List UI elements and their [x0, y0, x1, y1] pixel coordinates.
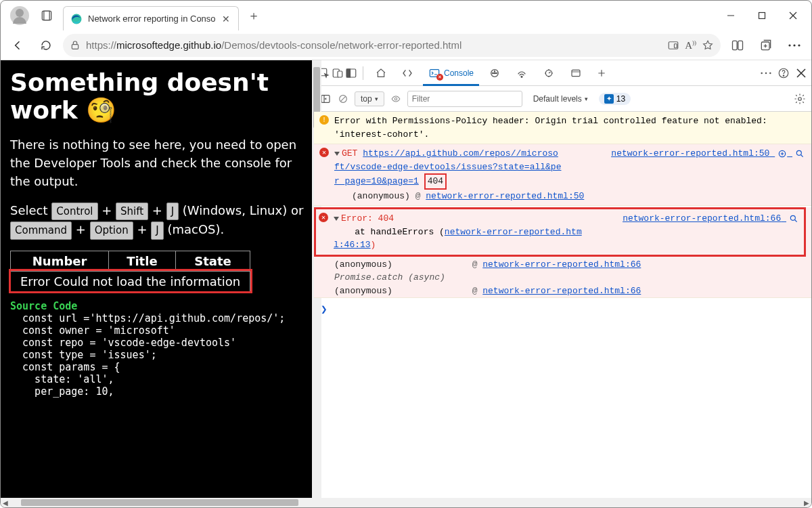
device-emulation-icon[interactable] [332, 67, 344, 79]
tab-sources[interactable] [482, 61, 508, 85]
tab-title: Network error reporting in Conso [88, 14, 221, 24]
trace-link-50[interactable]: network-error-reported.html:50 [426, 191, 584, 201]
svg-point-46 [796, 150, 801, 155]
tab-close-icon[interactable]: ✕ [221, 14, 231, 24]
source-link[interactable]: network-error-reported.html:66 [623, 212, 798, 226]
svg-point-15 [798, 44, 800, 46]
address-bar: https://microsoftedge.github.io/Demos/de… [1, 30, 811, 60]
svg-rect-4 [759, 13, 765, 19]
workspaces-icon[interactable] [36, 5, 58, 26]
scroll-left-arrow[interactable]: ◀ [1, 499, 10, 507]
close-devtools-icon[interactable] [795, 67, 807, 79]
content-split: Something doesn't work 🧐 There is nothin… [1, 60, 811, 498]
filter-input[interactable] [407, 91, 522, 107]
dock-side-icon[interactable] [345, 67, 357, 79]
live-expression-icon[interactable] [390, 93, 402, 105]
context-selector[interactable]: top▾ [355, 91, 384, 106]
request-url[interactable]: https://api.github.com/repos//microsoft/… [334, 148, 561, 186]
new-tab-button[interactable]: ＋ [243, 5, 265, 26]
svg-point-34 [783, 75, 784, 77]
network-error-row: ✕ network-error-reported.html:50 GET htt… [314, 144, 811, 206]
warning-icon: ! [319, 115, 329, 125]
error-icon: ✕ [319, 213, 328, 222]
url-box[interactable]: https://microsoftedge.github.io/Demos/de… [63, 34, 721, 57]
log-levels-selector[interactable]: Default levels ▾ [528, 92, 593, 106]
help-icon[interactable] [777, 67, 790, 79]
source-link[interactable]: network-error-reported.html:50 [611, 147, 805, 161]
keyboard-instructions: Select Control + Shift + J (Windows, Lin… [10, 201, 304, 240]
console-log[interactable]: ! Error with Permissions-Policy header: … [314, 112, 811, 498]
svg-rect-18 [338, 71, 342, 77]
trace-link-66b[interactable]: network-error-reported.html:66 [482, 286, 641, 296]
window-titlebar: Network error reporting in Conso ✕ ＋ [1, 1, 811, 30]
svg-rect-11 [738, 41, 743, 49]
read-aloud-icon[interactable]: A)) [685, 39, 696, 51]
collections-icon[interactable] [754, 34, 777, 57]
page-horizontal-scrollbar[interactable]: ◀ ▶ [1, 498, 811, 507]
svg-point-31 [765, 72, 767, 74]
page-heading: Something doesn't work 🧐 [10, 68, 304, 125]
svg-line-49 [795, 219, 797, 221]
clear-console-icon[interactable] [337, 93, 349, 105]
svg-point-13 [788, 44, 790, 46]
svg-rect-9 [675, 43, 677, 47]
split-screen-icon[interactable] [726, 34, 749, 57]
trace-link-66a[interactable]: network-error-reported.html:66 [482, 259, 641, 270]
svg-rect-20 [346, 69, 350, 77]
status-404: 404 [424, 173, 447, 190]
console-settings-icon[interactable] [794, 93, 806, 105]
tab-application[interactable] [563, 61, 589, 85]
warning-row: ! Error with Permissions-Policy header: … [314, 112, 811, 144]
back-button[interactable] [6, 34, 29, 57]
kbd-control: Control [51, 203, 97, 221]
source-code-block: Source Code const url ='https://api.gith… [10, 300, 304, 398]
stack-anon-66a: (anonymous) @ network-error-reported.htm… [314, 258, 809, 272]
tab-welcome[interactable] [369, 61, 393, 85]
disclosure-icon[interactable] [334, 217, 339, 221]
profile-avatar[interactable] [10, 6, 29, 25]
devtools-more-icon[interactable] [760, 67, 772, 79]
console-filter-bar: top▾ Default levels ▾ ✦13 [314, 86, 811, 112]
svg-line-47 [801, 154, 803, 156]
svg-rect-26 [572, 70, 580, 76]
svg-point-14 [793, 44, 795, 46]
kbd-shift: Shift [116, 203, 148, 221]
tab-network[interactable] [509, 61, 535, 85]
issues-badge[interactable]: ✦13 [599, 93, 631, 105]
tab-console[interactable]: ✕ Console [422, 61, 480, 85]
scroll-right-arrow[interactable]: ▶ [802, 499, 811, 507]
browser-tab[interactable]: Network error reporting in Conso ✕ [63, 6, 239, 30]
tab-performance[interactable] [536, 61, 562, 85]
console-tab-label: Console [444, 68, 474, 78]
maximize-button[interactable] [746, 5, 777, 26]
results-table: Number Title State Error Could not load … [10, 251, 250, 292]
svg-point-30 [761, 72, 763, 74]
url-text: https://microsoftedge.github.io/Demos/de… [86, 39, 662, 51]
kbd-command: Command [10, 221, 72, 240]
refresh-button[interactable] [35, 34, 58, 57]
minimize-button[interactable] [715, 5, 746, 26]
col-number: Number [11, 251, 109, 271]
disclosure-icon[interactable] [334, 152, 340, 156]
tab-more[interactable] [590, 61, 613, 85]
tab-elements[interactable] [394, 61, 420, 85]
app-mode-icon[interactable] [667, 39, 679, 51]
console-prompt[interactable]: ❯ [314, 298, 811, 322]
error-head: Error: 404 [341, 213, 394, 224]
svg-line-40 [341, 96, 346, 101]
svg-point-32 [769, 72, 771, 74]
favorite-star-icon[interactable] [702, 39, 714, 51]
svg-point-41 [394, 98, 397, 100]
issues-icon: ✦ [604, 94, 614, 104]
window-controls [715, 5, 809, 26]
overflow-menu-icon[interactable] [783, 34, 806, 57]
svg-point-42 [798, 97, 802, 100]
close-window-button[interactable] [777, 5, 809, 26]
site-info-icon[interactable] [70, 40, 81, 51]
svg-rect-10 [733, 41, 738, 49]
kbd-j: J [166, 203, 179, 221]
col-state: State [175, 251, 250, 271]
edge-favicon [70, 13, 83, 25]
error-icon: ✕ [319, 148, 329, 157]
warning-text: Error with Permissions-Policy header: Or… [334, 116, 767, 140]
